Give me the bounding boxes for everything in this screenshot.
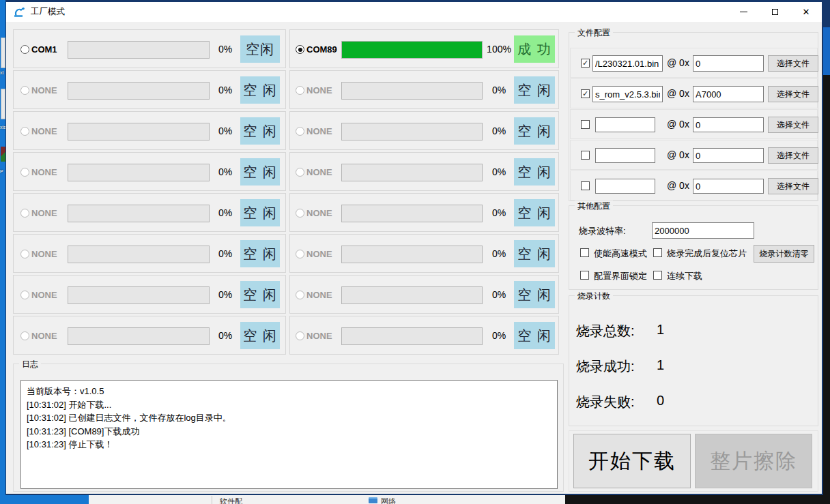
port-radio[interactable] (296, 331, 304, 340)
port-row: NONE0%空 闲 (289, 70, 559, 109)
port-label: NONE (306, 208, 332, 218)
reset-after-label: 烧录完成后复位芯片 (667, 248, 747, 260)
progress-bar (341, 82, 483, 100)
file-path-input[interactable] (595, 148, 655, 163)
port-radio[interactable] (20, 168, 29, 177)
background-dark-area (822, 75, 830, 504)
file-config-row: @ 0x选择文件 (570, 140, 818, 170)
window-title: 工厂模式 (31, 6, 65, 18)
counter-label: 烧录成功: (576, 357, 635, 376)
log-group: 日志 当前版本号：v1.0.5[10:31:02] 开始下载...[10:31:… (13, 364, 564, 492)
at-0x-label: @ 0x (667, 149, 689, 160)
port-radio[interactable] (296, 168, 304, 177)
flash-address-input[interactable] (693, 117, 764, 132)
log-line: [10:31:23] 停止下载！ (27, 438, 552, 451)
choose-file-button[interactable]: 选择文件 (768, 55, 818, 72)
background-window-edge (822, 27, 830, 75)
choose-file-button[interactable]: 选择文件 (768, 178, 818, 194)
progress-bar (341, 123, 483, 140)
port-label: NONE (306, 126, 332, 136)
port-radio[interactable] (296, 86, 304, 95)
progress-bar (341, 41, 483, 59)
status-badge: 空 闲 (240, 117, 280, 145)
port-row: NONE0%空 闲 (13, 70, 286, 109)
choose-file-button[interactable]: 选择文件 (768, 86, 818, 102)
close-icon: ✕ (803, 8, 810, 16)
action-group: 开始下载 整片擦除 (569, 430, 818, 492)
flash-address-input[interactable] (693, 55, 764, 72)
log-line: [10:31:02] 已创建日志文件，文件存放在log目录中。 (27, 411, 552, 425)
port-row: NONE0%空 闲 (289, 152, 559, 191)
desktop-icon-fragment (1, 89, 5, 119)
port-radio[interactable] (296, 291, 304, 299)
chip-erase-button[interactable]: 整片擦除 (695, 434, 812, 488)
choose-file-button[interactable]: 选择文件 (768, 147, 818, 164)
background-label-network: 网络 (381, 496, 396, 504)
file-config-row: @ 0x选择文件 (570, 109, 818, 139)
file-enable-checkbox[interactable] (581, 151, 590, 160)
high-speed-checkbox[interactable] (580, 248, 589, 257)
file-path-input[interactable] (595, 179, 655, 194)
progress-bar (68, 164, 210, 181)
start-download-button[interactable]: 开始下载 (573, 434, 691, 488)
continuous-download-label: 连续下载 (667, 270, 702, 282)
ui-lock-checkbox[interactable] (580, 271, 589, 280)
at-0x-label: @ 0x (667, 180, 689, 191)
port-radio[interactable] (20, 45, 29, 54)
port-radio[interactable] (20, 127, 29, 136)
high-speed-label: 使能高速模式 (594, 248, 647, 260)
status-badge: 成 功 (514, 35, 555, 63)
flash-address-input[interactable] (693, 86, 764, 102)
file-enable-checkbox[interactable] (581, 120, 590, 129)
baud-rate-input[interactable] (652, 222, 754, 239)
titlebar: 工厂模式 ✕ (6, 2, 822, 22)
file-path-input[interactable] (592, 86, 663, 102)
port-row: NONE0%空 闲 (289, 234, 559, 273)
flash-address-input[interactable] (693, 179, 764, 194)
clear-count-button[interactable]: 烧录计数清零 (754, 245, 814, 263)
port-radio[interactable] (20, 250, 29, 258)
log-group-label: 日志 (19, 359, 41, 370)
minimize-button[interactable] (728, 2, 759, 22)
port-label: NONE (306, 249, 332, 259)
port-radio[interactable] (296, 250, 304, 258)
port-radio[interactable] (296, 45, 304, 54)
port-radio[interactable] (296, 209, 304, 218)
log-output[interactable]: 当前版本号：v1.0.5[10:31:02] 开始下载...[10:31:02]… (20, 380, 558, 489)
desktop-icon-fragment (1, 38, 5, 68)
network-folder-icon (369, 497, 377, 503)
flash-address-input[interactable] (693, 148, 764, 163)
port-label: NONE (306, 331, 332, 341)
progress-percent: 0% (210, 125, 240, 136)
file-config-row: @ 0x选择文件 (570, 171, 818, 201)
continuous-download-checkbox[interactable] (653, 271, 662, 280)
port-radio[interactable] (20, 209, 29, 218)
port-radio[interactable] (20, 86, 29, 95)
status-badge: 空 闲 (514, 199, 555, 226)
port-radio[interactable] (296, 127, 304, 136)
progress-bar (341, 246, 483, 263)
desktop-icon-label: P (0, 169, 3, 174)
close-button[interactable]: ✕ (790, 2, 822, 22)
progress-percent: 0% (484, 166, 514, 177)
file-path-input[interactable] (595, 117, 655, 132)
maximize-icon (772, 9, 778, 15)
port-radio[interactable] (20, 331, 29, 340)
file-enable-checkbox[interactable]: ✓ (581, 89, 590, 98)
status-badge: 空闲 (240, 35, 280, 63)
counter-value: 0 (657, 393, 664, 409)
reset-after-checkbox[interactable] (653, 248, 662, 257)
port-row: NONE0%空 闲 (13, 316, 286, 355)
file-enable-checkbox[interactable]: ✓ (581, 59, 590, 68)
choose-file-button[interactable]: 选择文件 (768, 117, 818, 133)
progress-bar (68, 246, 210, 263)
file-enable-checkbox[interactable] (581, 181, 590, 190)
maximize-button[interactable] (759, 2, 790, 22)
file-config-row: ✓@ 0x选择文件 (570, 48, 818, 78)
port-radio[interactable] (20, 291, 29, 299)
divider (212, 496, 212, 504)
log-line: [10:31:23] [COM89]下载成功 (27, 425, 552, 439)
progress-percent: 0% (484, 85, 514, 95)
port-row: NONE0%空 闲 (13, 111, 286, 150)
file-path-input[interactable] (592, 55, 663, 72)
